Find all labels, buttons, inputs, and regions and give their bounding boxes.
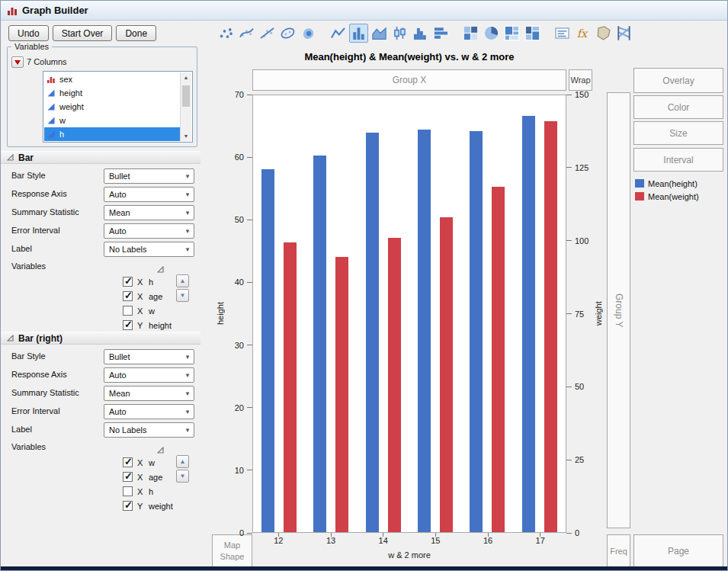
variable-item[interactable]: height <box>44 86 180 100</box>
legend: Mean(height)Mean(weight) <box>635 177 699 203</box>
scrollbar-thumb[interactable] <box>182 85 190 107</box>
height-bar[interactable] <box>522 116 535 532</box>
summary-statistic-dropdown[interactable]: Mean▾ <box>104 386 194 401</box>
weight-bar[interactable] <box>440 217 453 532</box>
bar-icon[interactable] <box>349 24 368 43</box>
checkbox[interactable] <box>123 501 133 511</box>
response-axis-dropdown[interactable]: Auto▾ <box>104 187 194 202</box>
weight-bar[interactable] <box>544 121 557 532</box>
title-bar: Graph Builder <box>1 1 728 21</box>
bar-panel-header[interactable]: Bar <box>1 151 200 164</box>
error-interval-dropdown[interactable]: Auto▾ <box>104 404 194 419</box>
nominal-icon <box>47 75 56 84</box>
line-icon[interactable] <box>329 24 348 43</box>
label-dropdown[interactable]: No Labels▾ <box>104 242 194 257</box>
variable-item[interactable]: w <box>44 114 180 127</box>
move-up-button[interactable]: ▲ <box>176 274 189 287</box>
points-icon[interactable] <box>216 24 236 43</box>
red-triangle-menu-button[interactable] <box>11 56 24 68</box>
weight-bar[interactable] <box>492 187 505 532</box>
scroll-down-icon[interactable]: ▼ <box>181 131 191 141</box>
weight-bar[interactable] <box>284 242 297 532</box>
group-y-drop-zone[interactable]: Group Y <box>607 92 630 528</box>
x-axis-title[interactable]: w & 2 more <box>252 550 566 560</box>
error-interval-dropdown[interactable]: Auto▾ <box>104 223 194 239</box>
bar-style-dropdown[interactable]: Bullet▾ <box>104 168 194 184</box>
window-title: Graph Builder <box>22 5 88 16</box>
chevron-down-icon: ▾ <box>181 353 194 361</box>
height-bar[interactable] <box>418 130 431 532</box>
interval-drop-zone[interactable]: Interval <box>633 148 723 172</box>
heatmap-icon[interactable] <box>461 24 480 43</box>
variable-role: X <box>137 487 144 496</box>
checkbox[interactable] <box>123 277 133 287</box>
scroll-up-icon[interactable]: ▲ <box>181 72 191 82</box>
area-icon[interactable] <box>370 24 389 43</box>
legend-item[interactable]: Mean(weight) <box>635 190 699 203</box>
right-y-axis-title[interactable]: weight <box>593 95 604 533</box>
overlay-drop-zone[interactable]: Overlay <box>633 68 723 93</box>
bar-group <box>305 95 357 532</box>
map-shape-icon[interactable] <box>594 24 613 43</box>
left-y-axis[interactable]: 010203040506070 <box>226 95 252 533</box>
svg-text:fx: fx <box>577 27 588 40</box>
ellipse-icon[interactable] <box>278 24 297 43</box>
checkbox[interactable] <box>123 306 133 316</box>
move-down-button[interactable]: ▼ <box>176 470 189 483</box>
legend-item[interactable]: Mean(height) <box>635 177 699 190</box>
group-x-drop-zone[interactable]: Group X <box>252 69 566 91</box>
checkbox[interactable] <box>123 457 133 467</box>
variable-item[interactable]: weight <box>44 100 180 114</box>
bar-right-panel-header[interactable]: Bar (right) <box>1 332 200 345</box>
tick-label: 100 <box>575 236 588 246</box>
histogram-icon[interactable] <box>411 24 430 43</box>
formula-icon[interactable]: fx <box>573 24 592 43</box>
parallel-plot-icon[interactable] <box>614 24 633 43</box>
wrap-drop-zone[interactable]: Wrap <box>569 69 592 91</box>
pie-icon[interactable] <box>482 24 501 43</box>
checkbox[interactable] <box>123 291 133 301</box>
move-down-button[interactable]: ▼ <box>176 289 189 302</box>
plot-area[interactable] <box>252 95 566 533</box>
summary-statistic-dropdown[interactable]: Mean▾ <box>104 205 194 220</box>
height-bar[interactable] <box>261 169 274 532</box>
caption-box-icon[interactable] <box>553 24 572 43</box>
contour-icon[interactable] <box>299 24 318 43</box>
bar-h-icon[interactable] <box>431 24 451 43</box>
height-bar[interactable] <box>366 133 379 532</box>
variables-scrollbar[interactable]: ▲ ▼ <box>180 72 191 141</box>
size-drop-zone[interactable]: Size <box>633 121 723 145</box>
bar-style-dropdown[interactable]: Bullet▾ <box>104 349 194 364</box>
height-bar[interactable] <box>313 156 326 532</box>
box-plot-icon[interactable] <box>390 24 409 43</box>
line-of-fit-icon[interactable] <box>258 24 277 43</box>
tick-mark <box>247 407 252 408</box>
done-button[interactable]: Done <box>116 25 156 41</box>
mosaic-icon[interactable] <box>523 24 542 43</box>
start-over-button[interactable]: Start Over <box>53 25 113 41</box>
right-y-axis[interactable]: 0255075100125150 <box>566 95 592 533</box>
checkbox[interactable] <box>123 320 133 330</box>
variable-item[interactable]: sex <box>44 72 180 86</box>
left-y-axis-title[interactable]: height <box>215 95 226 533</box>
checkbox[interactable] <box>123 472 133 482</box>
dropdown-value: Bullet <box>109 172 130 181</box>
label-dropdown[interactable]: No Labels▾ <box>104 422 194 438</box>
tick-mark <box>566 95 572 95</box>
map-shape-drop-zone[interactable]: Map Shape <box>212 534 252 568</box>
height-bar[interactable] <box>470 131 483 532</box>
variable-assignment-row: Yheight <box>123 318 196 332</box>
treemap-icon[interactable] <box>502 24 521 43</box>
page-drop-zone[interactable]: Page <box>633 534 723 568</box>
weight-bar[interactable] <box>335 257 348 532</box>
response-axis-dropdown[interactable]: Auto▾ <box>104 367 194 383</box>
color-drop-zone[interactable]: Color <box>633 95 723 119</box>
weight-bar[interactable] <box>388 238 401 532</box>
checkbox[interactable] <box>123 486 133 496</box>
freq-drop-zone[interactable]: Freq <box>607 534 630 568</box>
smoother-icon[interactable] <box>237 24 256 43</box>
variable-role: X <box>137 292 144 301</box>
undo-button[interactable]: Undo <box>8 25 49 41</box>
move-up-button[interactable]: ▲ <box>176 455 189 468</box>
variable-item[interactable]: h <box>44 127 180 141</box>
